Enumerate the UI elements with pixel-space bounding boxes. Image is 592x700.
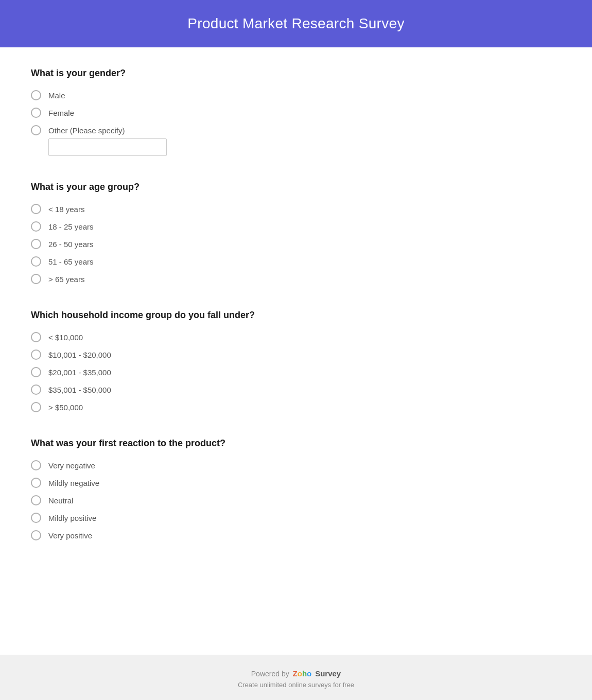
age-51-65-label[interactable]: 51 - 65 years: [48, 257, 94, 266]
age-18-25-label[interactable]: 18 - 25 years: [48, 222, 94, 231]
reaction-neutral-label[interactable]: Neutral: [48, 496, 73, 505]
question-reaction: What was your first reaction to the prod…: [31, 438, 561, 540]
survey-label: Survey: [315, 669, 341, 678]
list-item: 51 - 65 years: [31, 256, 561, 267]
reaction-very-negative-radio[interactable]: [31, 460, 41, 470]
age-26-50-label[interactable]: 26 - 50 years: [48, 240, 94, 249]
reaction-mildly-negative-label[interactable]: Mildly negative: [48, 479, 99, 487]
question-gender-title: What is your gender?: [31, 68, 561, 79]
zoho-logo: Zoho: [293, 669, 312, 678]
list-item: Mildly negative: [31, 478, 561, 488]
list-item: > 65 years: [31, 274, 561, 284]
age-under18-label[interactable]: < 18 years: [48, 205, 84, 214]
age-options: < 18 years 18 - 25 years 26 - 50 years 5…: [31, 204, 561, 284]
gender-female-radio[interactable]: [31, 108, 41, 118]
question-income: Which household income group do you fall…: [31, 310, 561, 412]
zoho-z-letter: Z: [293, 669, 298, 678]
gender-other-input[interactable]: [48, 138, 167, 156]
survey-header: Product Market Research Survey: [0, 0, 592, 47]
gender-male-label[interactable]: Male: [48, 91, 65, 100]
reaction-very-positive-label[interactable]: Very positive: [48, 531, 92, 540]
question-income-title: Which household income group do you fall…: [31, 310, 561, 321]
income-10k-20k-label[interactable]: $10,001 - $20,000: [48, 351, 111, 359]
list-item: Other (Please specify): [31, 125, 561, 156]
reaction-very-negative-label[interactable]: Very negative: [48, 461, 95, 470]
question-gender: What is your gender? Male Female Other (…: [31, 68, 561, 156]
income-options: < $10,000 $10,001 - $20,000 $20,001 - $3…: [31, 332, 561, 412]
income-35k-50k-radio[interactable]: [31, 384, 41, 395]
gender-female-label[interactable]: Female: [48, 109, 74, 117]
list-item: 18 - 25 years: [31, 221, 561, 232]
list-item: Mildly positive: [31, 513, 561, 523]
powered-by-text: Powered by: [251, 670, 291, 678]
list-item: $20,001 - $35,000: [31, 367, 561, 377]
list-item: Male: [31, 90, 561, 100]
zoho-o2-letter: o: [307, 669, 311, 678]
list-item: Very positive: [31, 530, 561, 540]
reaction-mildly-negative-radio[interactable]: [31, 478, 41, 488]
income-20k-35k-label[interactable]: $20,001 - $35,000: [48, 368, 111, 377]
age-under18-radio[interactable]: [31, 204, 41, 214]
list-item: < 18 years: [31, 204, 561, 214]
age-51-65-radio[interactable]: [31, 256, 41, 267]
reaction-very-positive-radio[interactable]: [31, 530, 41, 540]
list-item: Very negative: [31, 460, 561, 470]
zoho-h-letter: h: [302, 669, 307, 678]
gender-other-radio[interactable]: [31, 125, 41, 135]
income-over50k-radio[interactable]: [31, 402, 41, 412]
income-20k-35k-radio[interactable]: [31, 367, 41, 377]
age-over65-label[interactable]: > 65 years: [48, 275, 84, 284]
reaction-neutral-radio[interactable]: [31, 495, 41, 505]
income-under10k-radio[interactable]: [31, 332, 41, 342]
list-item: $10,001 - $20,000: [31, 349, 561, 360]
gender-other-label[interactable]: Other (Please specify): [48, 126, 125, 135]
gender-male-radio[interactable]: [31, 90, 41, 100]
question-reaction-title: What was your first reaction to the prod…: [31, 438, 561, 449]
zoho-o1-letter: o: [298, 669, 302, 678]
age-26-50-radio[interactable]: [31, 239, 41, 249]
list-item: Neutral: [31, 495, 561, 505]
survey-footer: Powered by Zoho Survey Create unlimited …: [0, 655, 592, 700]
footer-tagline: Create unlimited online surveys for free: [10, 681, 582, 689]
question-age-title: What is your age group?: [31, 182, 561, 192]
list-item: < $10,000: [31, 332, 561, 342]
list-item: > $50,000: [31, 402, 561, 412]
income-10k-20k-radio[interactable]: [31, 349, 41, 360]
reaction-mildly-positive-radio[interactable]: [31, 513, 41, 523]
question-age: What is your age group? < 18 years 18 - …: [31, 182, 561, 284]
list-item: Female: [31, 108, 561, 118]
income-over50k-label[interactable]: > $50,000: [48, 403, 83, 412]
list-item: 26 - 50 years: [31, 239, 561, 249]
reaction-mildly-positive-label[interactable]: Mildly positive: [48, 514, 96, 522]
survey-title: Product Market Research Survey: [10, 15, 582, 32]
income-35k-50k-label[interactable]: $35,001 - $50,000: [48, 386, 111, 394]
footer-powered-text: Powered by Zoho Survey: [10, 669, 582, 678]
age-18-25-radio[interactable]: [31, 221, 41, 232]
gender-options: Male Female Other (Please specify): [31, 90, 561, 156]
list-item: $35,001 - $50,000: [31, 384, 561, 395]
survey-main: What is your gender? Male Female Other (…: [0, 47, 592, 655]
reaction-options: Very negative Mildly negative Neutral Mi…: [31, 460, 561, 540]
income-under10k-label[interactable]: < $10,000: [48, 333, 83, 342]
age-over65-radio[interactable]: [31, 274, 41, 284]
